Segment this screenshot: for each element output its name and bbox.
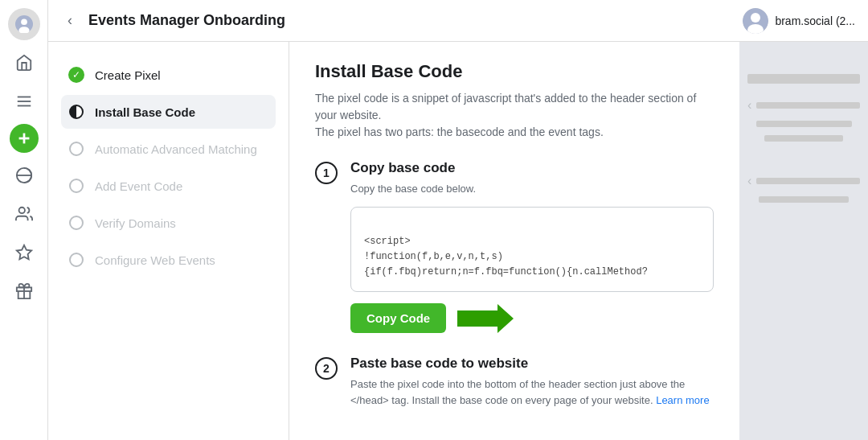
chevron-left-icon-2: ‹ — [747, 174, 751, 188]
panel-title: Install Base Code — [315, 61, 714, 82]
step-create-pixel-label: Create Pixel — [95, 68, 161, 82]
main-wrapper: ‹ Events Manager Onboarding bram.social … — [48, 0, 868, 440]
account-name: bram.social (2... — [775, 14, 855, 27]
deco-bar-3 — [756, 121, 852, 127]
step-create-pixel[interactable]: ✓ Create Pixel — [61, 58, 276, 92]
sidebar-star-icon[interactable] — [8, 236, 40, 269]
svg-point-1 — [21, 19, 27, 25]
deco-bar-2 — [756, 102, 860, 109]
step-configure-web-events[interactable]: Configure Web Events — [61, 243, 276, 277]
step-aam-icon — [68, 140, 85, 158]
step2-heading: Paste base code to website — [350, 356, 714, 372]
step-aec-label: Add Event Code — [95, 179, 182, 193]
steps-panel: ✓ Create Pixel Install Base Code Automat… — [48, 42, 289, 440]
step-install-base-code[interactable]: Install Base Code — [61, 95, 276, 129]
step1-section: 1 Copy base code Copy the base code belo… — [315, 160, 714, 333]
panel-desc-line2: The pixel has two parts: the basecode an… — [315, 125, 604, 138]
sidebar — [0, 0, 48, 440]
sidebar-menu-icon[interactable] — [8, 85, 40, 117]
sidebar-add-icon[interactable] — [10, 124, 39, 153]
sidebar-gift-icon[interactable] — [8, 275, 40, 307]
page-title: Events Manager Onboarding — [88, 12, 733, 29]
deco-bar-6 — [759, 196, 849, 203]
copy-code-button[interactable]: Copy Code — [350, 303, 446, 333]
radio-icon-3 — [69, 216, 84, 230]
radio-icon-4 — [69, 253, 84, 267]
sidebar-analytics-icon[interactable] — [8, 159, 40, 191]
code-snippet: <script> !function(f,b,e,v,n,t,s) {if(f.… — [350, 207, 714, 293]
step2-subdesc-text: Paste the pixel code into the bottom of … — [350, 378, 685, 406]
step-verify-domains[interactable]: Verify Domains — [61, 206, 276, 240]
arrow-indicator-icon — [457, 304, 514, 333]
step-cwe-label: Configure Web Events — [95, 253, 215, 267]
main-panel: Install Base Code The pixel code is a sn… — [289, 42, 739, 440]
step1-number: 1 — [315, 162, 338, 184]
step2-number: 2 — [315, 357, 338, 380]
step-aam-label: Automatic Advanced Matching — [95, 142, 257, 156]
svg-marker-16 — [457, 304, 514, 333]
deco-bar-1 — [747, 74, 860, 84]
svg-point-14 — [751, 13, 760, 23]
radio-icon — [69, 142, 84, 156]
account-avatar — [743, 8, 768, 34]
chevron-left-icon: ‹ — [747, 98, 751, 113]
check-icon: ✓ — [68, 67, 84, 83]
panel-description: The pixel code is a snippet of javascrip… — [315, 90, 714, 141]
step-install-base-code-icon — [68, 103, 85, 121]
learn-more-link[interactable]: Learn more — [656, 394, 709, 406]
step-aec-icon — [68, 177, 85, 195]
sidebar-avatar[interactable] — [8, 8, 40, 40]
topbar: ‹ Events Manager Onboarding bram.social … — [48, 0, 868, 42]
radio-icon-2 — [69, 179, 84, 193]
step2-section: 2 Paste base code to website Paste the p… — [315, 356, 714, 417]
copy-code-label: Copy Code — [366, 311, 430, 325]
step-add-event-code[interactable]: Add Event Code — [61, 169, 276, 203]
step-vd-label: Verify Domains — [95, 216, 176, 230]
step-automatic-advanced-matching[interactable]: Automatic Advanced Matching — [61, 132, 276, 166]
right-decorative-panel: ‹ ‹ — [739, 42, 868, 440]
step1-heading: Copy base code — [350, 160, 714, 176]
step1-subdesc: Copy the base code below. — [350, 181, 714, 197]
panel-desc-line1: The pixel code is a snippet of javascrip… — [315, 92, 696, 121]
account-selector[interactable]: bram.social (2... — [743, 8, 855, 34]
svg-point-9 — [18, 208, 24, 213]
content-area: ✓ Create Pixel Install Base Code Automat… — [48, 42, 868, 440]
deco-row2: ‹ — [747, 174, 860, 188]
step1-content: Copy base code Copy the base code below.… — [350, 160, 714, 333]
sidebar-home-icon[interactable] — [8, 47, 40, 79]
sidebar-people-icon[interactable] — [8, 198, 40, 230]
svg-marker-10 — [16, 245, 31, 259]
step-create-pixel-icon: ✓ — [68, 66, 85, 84]
deco-bar-4 — [764, 135, 843, 142]
deco-row: ‹ — [747, 98, 860, 113]
step-vd-icon — [68, 214, 85, 232]
deco-bar-5 — [756, 178, 860, 184]
half-circle-icon — [69, 105, 84, 119]
step-install-base-code-label: Install Base Code — [95, 105, 195, 119]
back-button[interactable]: ‹ — [61, 9, 79, 32]
step-cwe-icon — [68, 251, 85, 269]
step2-subdesc: Paste the pixel code into the bottom of … — [350, 376, 714, 408]
copy-btn-row: Copy Code — [350, 303, 714, 333]
step2-content: Paste base code to website Paste the pix… — [350, 356, 714, 417]
